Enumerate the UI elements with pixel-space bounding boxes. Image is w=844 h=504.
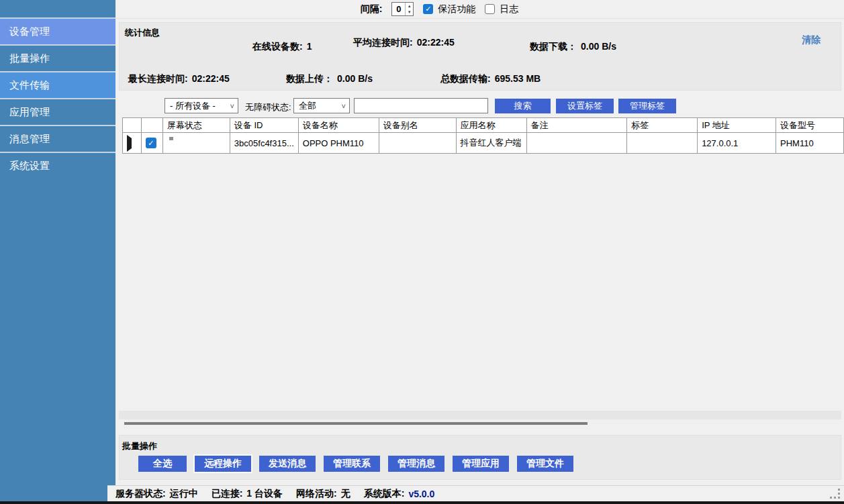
hscrollbar-thumb[interactable]: [124, 422, 588, 425]
connected-label: 已连接:: [212, 488, 243, 500]
header-expander: [123, 118, 142, 133]
table-header-row: 屏幕状态 设备 ID 设备名称 设备别名 应用名称 备注 标签 IP 地址 设备…: [123, 118, 844, 133]
header-device-alias: 设备别名: [379, 118, 456, 133]
header-remark: 备注: [526, 118, 627, 133]
row-expander-icon[interactable]: [127, 135, 132, 152]
total-transfer-stat: 总数据传输:695.53 MB: [440, 73, 541, 85]
hscrollbar-track: [119, 411, 841, 419]
cell-app-name: 抖音红人客户端: [456, 133, 526, 154]
sidebar-item-app-management[interactable]: 应用管理: [0, 98, 115, 125]
cell-tag: [627, 133, 698, 154]
sidebar-item-message-management[interactable]: 消息管理: [0, 125, 115, 152]
log-label: 日志: [500, 3, 518, 15]
device-table: 屏幕状态 设备 ID 设备名称 设备别名 应用名称 备注 标签 IP 地址 设备…: [122, 117, 844, 154]
search-input[interactable]: [354, 98, 488, 113]
sidebar: 设备管理 批量操作 文件传输 应用管理 消息管理 系统设置: [0, 0, 115, 501]
header-device-id: 设备 ID: [230, 118, 298, 133]
manage-files-button[interactable]: 管理文件: [517, 456, 573, 472]
sidebar-item-device-management[interactable]: 设备管理: [0, 17, 115, 44]
statistics-title: 统计信息: [125, 27, 160, 39]
stepper-arrows: ▲ ▼: [405, 3, 413, 15]
header-screen-status: 屏幕状态: [162, 118, 230, 133]
connected-value: 1 台设备: [246, 488, 283, 500]
manage-messages-button[interactable]: 管理消息: [388, 456, 444, 472]
header-device-name: 设备名称: [298, 118, 379, 133]
send-message-button[interactable]: 发送消息: [259, 456, 316, 472]
interval-value[interactable]: 0: [392, 3, 405, 15]
accessibility-status-select[interactable]: 全部˅: [293, 98, 350, 113]
server-status-value: 运行中: [170, 488, 198, 500]
manage-tag-button[interactable]: 管理标签: [618, 99, 676, 113]
keepalive-checkbox[interactable]: ✓: [423, 4, 433, 14]
remote-operation-button[interactable]: 远程操作: [195, 456, 251, 472]
network-activity-value: 无: [341, 488, 350, 500]
server-status-label: 服务器状态:: [115, 488, 166, 500]
avg-connect-time-stat: 平均连接时间:02:22:45: [353, 37, 455, 49]
data-upload-stat: 数据上传：0.00 B/s: [286, 73, 373, 85]
manage-contacts-button[interactable]: 管理联系: [324, 456, 380, 472]
search-button[interactable]: 搜索: [495, 99, 551, 113]
header-checkbox: [141, 118, 162, 133]
row-checkbox[interactable]: ✓: [146, 138, 156, 148]
interval-stepper[interactable]: 0 ▲ ▼: [391, 2, 414, 16]
header-app-name: 应用名称: [456, 118, 526, 133]
cell-remark: [526, 133, 627, 154]
system-version-label: 系统版本:: [364, 488, 405, 500]
online-devices-stat: 在线设备数:1: [252, 41, 312, 53]
keepalive-label: 保活功能: [438, 3, 475, 15]
top-bar: 间隔: 0 ▲ ▼ ✓ 保活功能 日志: [115, 0, 844, 19]
sidebar-item-system-settings[interactable]: 系统设置: [0, 152, 115, 179]
cell-ip: 127.0.0.1: [698, 133, 776, 154]
network-activity-label: 网络活动:: [296, 488, 337, 500]
status-bar: 服务器状态: 运行中 已连接: 1 台设备 网络活动: 无 系统版本: v5.0…: [107, 485, 844, 501]
chevron-down-icon: ˅: [230, 102, 234, 110]
stepper-up-icon[interactable]: ▲: [406, 3, 413, 9]
header-model: 设备型号: [776, 118, 844, 133]
batch-operations-panel: 批量操作 全选 远程操作 发送消息 管理联系 管理消息 管理应用 管理文件: [119, 435, 841, 480]
sidebar-spacer: [0, 0, 115, 17]
window-bottom-edge: [0, 501, 844, 504]
system-version-value: v5.0.0: [408, 489, 434, 499]
select-all-button[interactable]: 全选: [138, 456, 187, 472]
header-tag: 标签: [627, 118, 698, 133]
longest-connect-time-stat: 最长连接时间:02:22:45: [128, 73, 230, 85]
log-checkbox[interactable]: [485, 4, 495, 14]
set-tag-button[interactable]: 设置标签: [556, 99, 614, 113]
batch-operations-title: 批量操作: [122, 440, 157, 452]
sidebar-item-batch-operations[interactable]: 批量操作: [0, 44, 115, 71]
cell-device-name: OPPO PHM110: [298, 133, 379, 154]
resize-grip[interactable]: [829, 488, 840, 499]
chevron-down-icon: ˅: [342, 102, 346, 110]
data-download-stat: 数据下载：0.00 B/s: [530, 41, 616, 53]
stepper-down-icon[interactable]: ▼: [406, 9, 413, 16]
manage-apps-button[interactable]: 管理应用: [453, 456, 509, 472]
sidebar-item-file-transfer[interactable]: 文件传输: [0, 71, 115, 98]
interval-label: 间隔:: [361, 3, 383, 15]
clear-stats-link[interactable]: 清除: [802, 34, 820, 46]
header-ip: IP 地址: [698, 118, 776, 133]
statistics-panel: 统计信息 在线设备数:1 平均连接时间:02:22:45 数据下载：0.00 B…: [119, 22, 841, 91]
cell-model: PHM110: [776, 133, 844, 154]
table-row: ✓ 3bc05fc4f315... OPPO PHM110 抖音红人客户端 12…: [123, 133, 844, 154]
accessibility-status-label: 无障碍状态:: [245, 101, 291, 113]
cell-device-id: 3bc05fc4f315...: [230, 133, 298, 154]
device-filter-select[interactable]: - 所有设备 -˅: [165, 98, 238, 113]
cell-device-alias: [379, 133, 456, 154]
